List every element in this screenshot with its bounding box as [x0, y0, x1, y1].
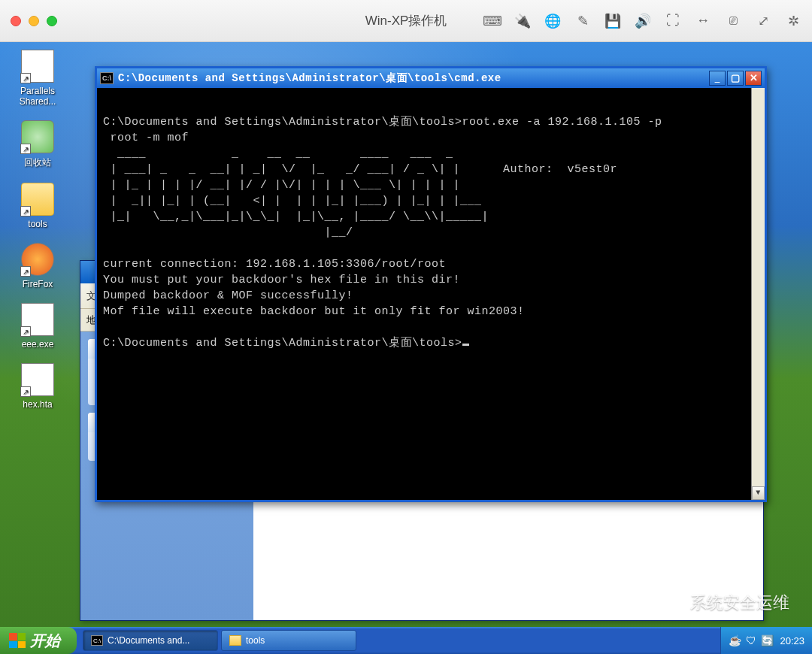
desktop-icon[interactable]: ↗FireFox	[8, 243, 68, 289]
desktop-icon-label: tools	[28, 219, 47, 229]
desktop-icon-label: 回收站	[24, 156, 51, 169]
minimize-icon[interactable]	[29, 16, 39, 26]
cmd-window[interactable]: C:\ C:\Documents and Settings\Administra…	[95, 66, 767, 502]
start-label: 开始	[30, 631, 60, 651]
taskbar-item-label: C:\Documents and...	[108, 635, 189, 646]
desktop-icon[interactable]: ↗tools	[8, 183, 68, 229]
tray-icon[interactable]: 🔄	[761, 634, 774, 646]
mac-toolbar-icon[interactable]: ⤢	[755, 13, 771, 29]
fullscreen-icon[interactable]	[47, 16, 57, 26]
desktop-icon-image: ↗	[21, 183, 54, 216]
mac-window-title: Win-XP操作机	[365, 12, 447, 29]
taskbar-item[interactable]: C:\C:\Documents and...	[83, 630, 218, 651]
tray-icon[interactable]: ☕	[729, 634, 741, 646]
desktop-icon-image: ↗	[21, 120, 54, 153]
desktop-icon-image: ↗	[21, 363, 54, 396]
cmd-titlebar[interactable]: C:\ C:\Documents and Settings\Administra…	[97, 68, 765, 88]
taskbar-item-label: tools	[246, 635, 265, 646]
mac-toolbar-icon[interactable]: ⌨	[484, 13, 501, 29]
tray-clock: 20:23	[780, 635, 804, 646]
scroll-down-button[interactable]: ▼	[752, 486, 765, 500]
mac-toolbar-icon[interactable]: 🌐	[544, 13, 561, 29]
cmd-title-text: C:\Documents and Settings\Administrator\…	[118, 71, 709, 85]
desktop-icons: ↗Parallels Shared...↗回收站↗tools↗FireFox↗e…	[8, 50, 68, 410]
desktop-icon-label: FireFox	[23, 279, 53, 289]
desktop-icon-image: ↗	[21, 50, 54, 83]
watermark: 系统安全运维	[645, 589, 789, 616]
cmd-scrollbar[interactable]: ▲ ▼	[751, 88, 765, 500]
tray-icons: ☕🛡🔄	[729, 634, 774, 646]
cmd-body[interactable]: C:\Documents and Settings\Administrator\…	[97, 88, 765, 500]
cmd-icon: C:\	[100, 72, 114, 84]
mac-toolbar-icon[interactable]: ⎚	[725, 13, 741, 29]
start-button[interactable]: 开始	[0, 627, 77, 654]
desktop-icon-image: ↗	[21, 243, 54, 276]
close-icon[interactable]	[11, 16, 21, 26]
desktop-icon-label: eee.exe	[22, 339, 54, 350]
desktop-icon[interactable]: ↗回收站	[8, 120, 68, 169]
desktop-icon-image: ↗	[21, 303, 54, 336]
desktop-icon[interactable]: ↗hex.hta	[8, 363, 68, 410]
mac-toolbar-icons: ⌨🔌🌐✎💾🔊⛶↔⎚⤢✲	[484, 13, 801, 29]
close-button[interactable]: ✕	[745, 71, 762, 86]
mac-toolbar-icon[interactable]: 🔊	[635, 13, 651, 29]
scroll-track[interactable]	[752, 101, 765, 486]
desktop-icon-label: Parallels Shared...	[20, 86, 56, 107]
traffic-lights	[11, 16, 57, 26]
taskbar-item-icon	[229, 635, 241, 646]
taskbar-item[interactable]: tools	[221, 630, 356, 651]
mac-titlebar: Win-XP操作机 ⌨🔌🌐✎💾🔊⛶↔⎚⤢✲	[0, 0, 812, 42]
desktop-icon[interactable]: ↗eee.exe	[8, 303, 68, 350]
desktop-icon[interactable]: ↗Parallels Shared...	[8, 50, 68, 107]
mac-toolbar-icon[interactable]: ↔	[695, 13, 711, 29]
mac-toolbar-icon[interactable]: ⛶	[665, 13, 681, 29]
taskbar-items: C:\C:\Documents and...tools	[83, 630, 356, 651]
mac-toolbar-icon[interactable]: ✎	[574, 13, 591, 29]
mac-toolbar-icon[interactable]: 💾	[604, 13, 621, 29]
mac-toolbar-icon[interactable]: 🔌	[514, 13, 531, 29]
xp-taskbar[interactable]: 开始 C:\C:\Documents and...tools ☕🛡🔄 20:23	[0, 627, 812, 654]
system-tray[interactable]: ☕🛡🔄 20:23	[720, 627, 812, 654]
minimize-button[interactable]: _	[709, 71, 726, 86]
windows-logo-icon	[9, 633, 26, 648]
maximize-button[interactable]: ▢	[727, 71, 744, 86]
desktop-icon-label: hex.hta	[23, 399, 52, 410]
taskbar-item-icon: C:\	[91, 635, 103, 646]
tray-icon[interactable]: 🛡	[746, 634, 756, 646]
cursor-icon	[462, 344, 469, 346]
mac-toolbar-icon[interactable]: ✲	[785, 13, 801, 29]
xp-desktop[interactable]: ↗Parallels Shared...↗回收站↗tools↗FireFox↗e…	[0, 42, 812, 654]
watermark-text: 系统安全运维	[690, 592, 789, 614]
